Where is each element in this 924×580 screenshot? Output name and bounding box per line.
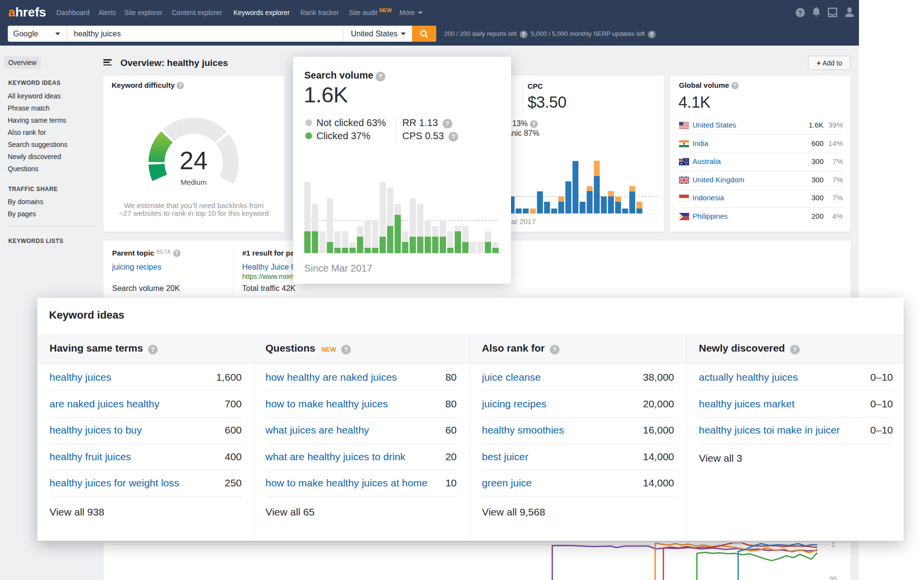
svg-text:24: 24	[180, 146, 208, 175]
svg-text:Medium: Medium	[181, 178, 206, 186]
svg-text:?: ?	[798, 9, 802, 16]
